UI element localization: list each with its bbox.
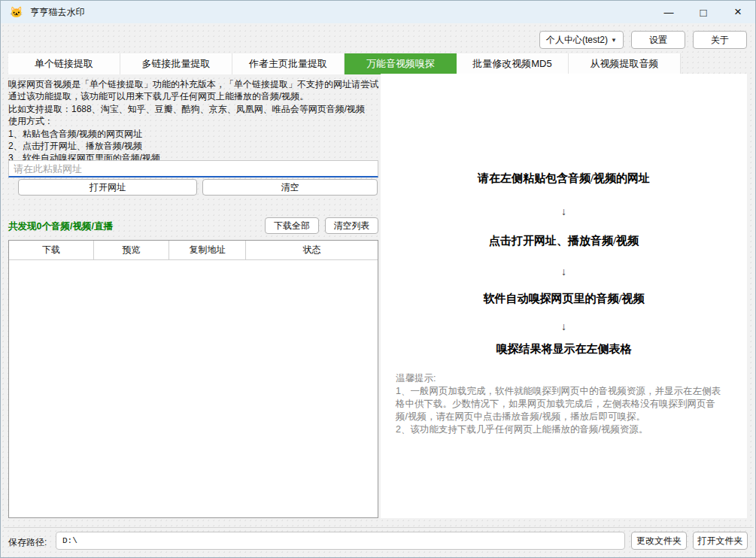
clear-url-button[interactable]: 清空 xyxy=(202,179,378,196)
open-folder-button[interactable]: 打开文件夹 xyxy=(693,532,748,550)
tab-author-page-batch-extract[interactable]: 作者主页批量提取 xyxy=(232,53,345,74)
description-line: 比如支持提取：1688、淘宝、知乎、豆瓣、酷狗、京东、凤凰网、唯品会等网页音频/… xyxy=(8,103,380,115)
tab-batch-modify-md5[interactable]: 批量修改视频MD5 xyxy=(457,53,569,74)
about-button[interactable]: 关于 xyxy=(693,31,747,49)
description-line: 2、点击打开网址、播放音频/视频 xyxy=(8,140,380,152)
description-line: 使用方式： xyxy=(8,115,380,127)
description-line: 嗅探网页音视频是「单个链接提取」功能的补充版本，「单个链接提取」不支持的网址请尝… xyxy=(8,78,380,103)
results-table-header: 下载 预览 复制地址 状态 xyxy=(9,241,378,260)
tips-block: 温馨提示: 1、一般网页加载完成，软件就能嗅探到网页中的音视频资源，并显示在左侧… xyxy=(396,372,727,436)
maximize-button[interactable]: □ xyxy=(686,1,721,23)
column-header-copy-address: 复制地址 xyxy=(169,241,246,259)
tip-line: 1、一般网页加载完成，软件就能嗅探到网页中的音视频资源，并显示在左侧表格中供下载… xyxy=(396,385,727,423)
bottom-divider xyxy=(4,527,754,528)
titlebar: 🐱 亨亨猫去水印 — □ × xyxy=(1,1,755,23)
app-title: 亨亨猫去水印 xyxy=(30,6,84,19)
instruction-step: 请在左侧粘贴包含音频/视频的网址 xyxy=(381,171,747,186)
instruction-step: 嗅探结果将显示在左侧表格 xyxy=(381,342,747,356)
tab-multi-link-batch-extract[interactable]: 多链接批量提取 xyxy=(120,53,232,74)
window-controls: — □ × xyxy=(651,1,755,23)
tab-single-link-extract[interactable]: 单个链接提取 xyxy=(8,53,120,74)
sniff-result-count: 共发现0个音频/视频/直播 xyxy=(8,220,113,233)
instruction-step: 点击打开网址、播放音频/视频 xyxy=(381,234,747,248)
down-arrow-icon: ↓ xyxy=(381,265,747,277)
column-header-status: 状态 xyxy=(246,241,378,259)
minimize-button[interactable]: — xyxy=(651,1,686,23)
app-cat-icon: 🐱 xyxy=(10,6,23,18)
column-header-download: 下载 xyxy=(9,241,94,259)
down-arrow-icon: ↓ xyxy=(381,205,747,217)
tip-line: 2、该功能支持下载几乎任何网页上能播放的音频/视频资源。 xyxy=(396,423,727,436)
save-path-label: 保存路径: xyxy=(8,536,47,549)
tab-extract-audio-from-video[interactable]: 从视频提取音频 xyxy=(569,53,681,74)
chevron-down-icon: ▼ xyxy=(611,37,617,44)
url-input[interactable] xyxy=(8,160,378,177)
column-header-preview: 预览 xyxy=(94,241,169,259)
tab-universal-sniffer[interactable]: 万能音视频嗅探 xyxy=(345,53,457,74)
account-label: 个人中心(test2) xyxy=(546,34,608,47)
change-folder-button[interactable]: 更改文件夹 xyxy=(631,532,687,550)
instructions-panel: 请在左侧粘贴包含音频/视频的网址 ↓ 点击打开网址、播放音频/视频 ↓ 软件自动… xyxy=(381,74,747,518)
open-url-button[interactable]: 打开网址 xyxy=(18,179,197,196)
download-all-button[interactable]: 下载全部 xyxy=(265,217,319,234)
results-table: 下载 预览 复制地址 状态 xyxy=(8,240,378,518)
down-arrow-icon: ↓ xyxy=(381,320,747,332)
account-dropdown[interactable]: 个人中心(test2) ▼ xyxy=(539,31,624,49)
save-path-input[interactable] xyxy=(56,532,625,550)
instruction-step: 软件自动嗅探网页里的音频/视频 xyxy=(381,292,747,306)
close-button[interactable]: × xyxy=(721,1,755,23)
clear-list-button[interactable]: 清空列表 xyxy=(325,217,378,234)
tab-bar: 单个链接提取 多链接批量提取 作者主页批量提取 万能音视频嗅探 批量修改视频MD… xyxy=(8,53,681,74)
settings-button[interactable]: 设置 xyxy=(631,31,685,49)
description-line: 1、粘贴包含音频/视频的网页网址 xyxy=(8,128,380,140)
feature-description: 嗅探网页音视频是「单个链接提取」功能的补充版本，「单个链接提取」不支持的网址请尝… xyxy=(8,78,380,165)
tips-title: 温馨提示: xyxy=(396,372,727,385)
